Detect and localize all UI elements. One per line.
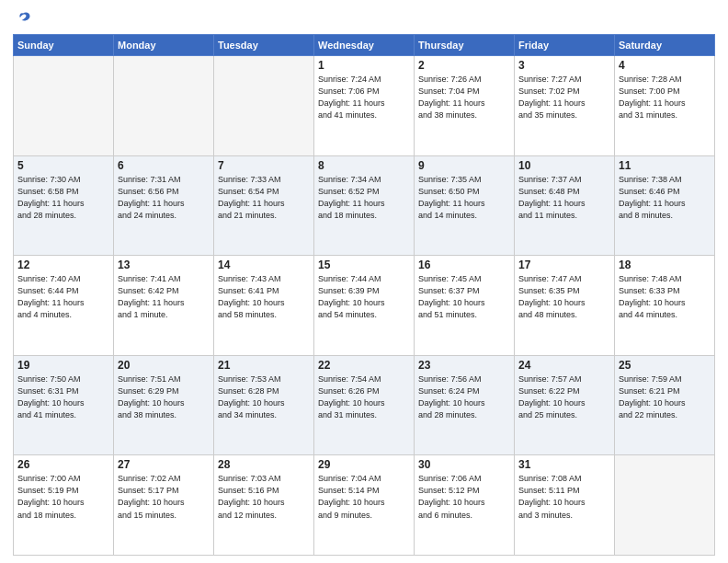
day-info: Sunrise: 7:28 AM Sunset: 7:00 PM Dayligh… [619,74,711,121]
calendar-cell: 30Sunrise: 7:06 AM Sunset: 5:12 PM Dayli… [415,455,515,556]
day-number: 28 [218,458,310,471]
week-row-3: 12Sunrise: 7:40 AM Sunset: 6:44 PM Dayli… [14,256,715,356]
day-info: Sunrise: 7:38 AM Sunset: 6:46 PM Dayligh… [619,174,711,222]
day-number: 9 [418,159,510,172]
day-number: 6 [118,159,210,172]
day-info: Sunrise: 7:40 AM Sunset: 6:44 PM Dayligh… [17,273,109,321]
calendar-cell [615,455,715,556]
day-number: 1 [318,59,410,72]
calendar-cell: 21Sunrise: 7:53 AM Sunset: 6:28 PM Dayli… [214,355,314,455]
day-number: 7 [218,159,310,172]
day-info: Sunrise: 7:03 AM Sunset: 5:16 PM Dayligh… [218,473,310,521]
day-info: Sunrise: 7:30 AM Sunset: 6:58 PM Dayligh… [17,174,109,222]
day-info: Sunrise: 7:35 AM Sunset: 6:50 PM Dayligh… [418,174,510,222]
day-number: 23 [418,359,510,372]
calendar-cell [214,56,314,156]
weekday-friday: Friday [515,35,615,56]
calendar-cell: 11Sunrise: 7:38 AM Sunset: 6:46 PM Dayli… [615,155,715,256]
day-number: 24 [518,359,610,372]
day-number: 20 [118,359,210,372]
day-number: 4 [619,59,711,72]
day-number: 21 [218,359,310,372]
calendar-cell: 15Sunrise: 7:44 AM Sunset: 6:39 PM Dayli… [314,256,415,356]
day-info: Sunrise: 7:45 AM Sunset: 6:37 PM Dayligh… [418,273,510,321]
week-row-2: 5Sunrise: 7:30 AM Sunset: 6:58 PM Daylig… [14,155,715,256]
day-number: 27 [118,458,210,471]
day-info: Sunrise: 7:27 AM Sunset: 7:02 PM Dayligh… [518,74,610,121]
day-number: 18 [619,259,711,271]
weekday-sunday: Sunday [14,35,114,56]
calendar-cell: 12Sunrise: 7:40 AM Sunset: 6:44 PM Dayli… [14,256,114,356]
day-info: Sunrise: 7:41 AM Sunset: 6:42 PM Dayligh… [118,273,210,321]
calendar-cell: 20Sunrise: 7:51 AM Sunset: 6:29 PM Dayli… [114,355,214,455]
day-number: 31 [518,458,610,471]
calendar-cell: 14Sunrise: 7:43 AM Sunset: 6:41 PM Dayli… [214,256,314,356]
calendar-cell: 19Sunrise: 7:50 AM Sunset: 6:31 PM Dayli… [14,355,114,455]
page: SundayMondayTuesdayWednesdayThursdayFrid… [0,0,728,563]
day-number: 2 [418,59,510,72]
day-info: Sunrise: 7:48 AM Sunset: 6:33 PM Dayligh… [619,273,711,321]
day-info: Sunrise: 7:31 AM Sunset: 6:56 PM Dayligh… [118,174,210,222]
day-number: 17 [518,259,610,271]
day-info: Sunrise: 7:33 AM Sunset: 6:54 PM Dayligh… [218,174,310,222]
calendar-cell: 10Sunrise: 7:37 AM Sunset: 6:48 PM Dayli… [515,155,615,256]
calendar-cell: 25Sunrise: 7:59 AM Sunset: 6:21 PM Dayli… [615,355,715,455]
day-info: Sunrise: 7:34 AM Sunset: 6:52 PM Dayligh… [318,174,410,222]
day-info: Sunrise: 7:24 AM Sunset: 7:06 PM Dayligh… [318,74,410,121]
day-info: Sunrise: 7:43 AM Sunset: 6:41 PM Dayligh… [218,273,310,321]
calendar-cell: 6Sunrise: 7:31 AM Sunset: 6:56 PM Daylig… [114,155,214,256]
day-number: 16 [418,259,510,271]
weekday-thursday: Thursday [415,35,515,56]
week-row-5: 26Sunrise: 7:00 AM Sunset: 5:19 PM Dayli… [14,455,715,556]
weekday-wednesday: Wednesday [314,35,415,56]
weekday-saturday: Saturday [615,35,715,56]
day-number: 14 [218,259,310,271]
calendar-cell: 29Sunrise: 7:04 AM Sunset: 5:14 PM Dayli… [314,455,415,556]
day-info: Sunrise: 7:57 AM Sunset: 6:22 PM Dayligh… [518,373,610,421]
calendar-cell: 2Sunrise: 7:26 AM Sunset: 7:04 PM Daylig… [415,56,515,156]
day-number: 25 [619,359,711,372]
day-info: Sunrise: 7:02 AM Sunset: 5:17 PM Dayligh… [118,473,210,521]
weekday-tuesday: Tuesday [214,35,314,56]
calendar-cell: 1Sunrise: 7:24 AM Sunset: 7:06 PM Daylig… [314,56,415,156]
day-info: Sunrise: 7:37 AM Sunset: 6:48 PM Dayligh… [518,174,610,222]
calendar-cell: 17Sunrise: 7:47 AM Sunset: 6:35 PM Dayli… [515,256,615,356]
day-info: Sunrise: 7:53 AM Sunset: 6:28 PM Dayligh… [218,373,310,421]
day-info: Sunrise: 7:47 AM Sunset: 6:35 PM Dayligh… [518,273,610,321]
calendar-cell: 7Sunrise: 7:33 AM Sunset: 6:54 PM Daylig… [214,155,314,256]
week-row-4: 19Sunrise: 7:50 AM Sunset: 6:31 PM Dayli… [14,355,715,455]
weekday-header-row: SundayMondayTuesdayWednesdayThursdayFrid… [14,35,715,56]
day-number: 30 [418,458,510,471]
day-info: Sunrise: 7:08 AM Sunset: 5:11 PM Dayligh… [518,473,610,521]
day-number: 22 [318,359,410,372]
day-number: 12 [17,259,109,271]
calendar-cell: 4Sunrise: 7:28 AM Sunset: 7:00 PM Daylig… [615,56,715,156]
calendar-cell: 3Sunrise: 7:27 AM Sunset: 7:02 PM Daylig… [515,56,615,156]
day-info: Sunrise: 7:04 AM Sunset: 5:14 PM Dayligh… [318,473,410,521]
day-number: 5 [17,159,109,172]
calendar-cell: 8Sunrise: 7:34 AM Sunset: 6:52 PM Daylig… [314,155,415,256]
calendar-cell: 18Sunrise: 7:48 AM Sunset: 6:33 PM Dayli… [615,256,715,356]
day-number: 10 [518,159,610,172]
calendar-cell: 9Sunrise: 7:35 AM Sunset: 6:50 PM Daylig… [415,155,515,256]
calendar-cell [14,56,114,156]
weekday-monday: Monday [114,35,214,56]
calendar-cell: 5Sunrise: 7:30 AM Sunset: 6:58 PM Daylig… [14,155,114,256]
day-info: Sunrise: 7:44 AM Sunset: 6:39 PM Dayligh… [318,273,410,321]
header [13,9,715,27]
calendar-cell: 16Sunrise: 7:45 AM Sunset: 6:37 PM Dayli… [415,256,515,356]
calendar-cell: 23Sunrise: 7:56 AM Sunset: 6:24 PM Dayli… [415,355,515,455]
day-info: Sunrise: 7:54 AM Sunset: 6:26 PM Dayligh… [318,373,410,421]
calendar-cell: 31Sunrise: 7:08 AM Sunset: 5:11 PM Dayli… [515,455,615,556]
day-number: 13 [118,259,210,271]
calendar-cell: 13Sunrise: 7:41 AM Sunset: 6:42 PM Dayli… [114,256,214,356]
calendar-cell: 27Sunrise: 7:02 AM Sunset: 5:17 PM Dayli… [114,455,214,556]
day-number: 26 [17,458,109,471]
calendar-cell: 24Sunrise: 7:57 AM Sunset: 6:22 PM Dayli… [515,355,615,455]
day-number: 15 [318,259,410,271]
day-info: Sunrise: 7:26 AM Sunset: 7:04 PM Dayligh… [418,74,510,121]
day-number: 11 [619,159,711,172]
week-row-1: 1Sunrise: 7:24 AM Sunset: 7:06 PM Daylig… [14,56,715,156]
day-info: Sunrise: 7:56 AM Sunset: 6:24 PM Dayligh… [418,373,510,421]
day-info: Sunrise: 7:51 AM Sunset: 6:29 PM Dayligh… [118,373,210,421]
